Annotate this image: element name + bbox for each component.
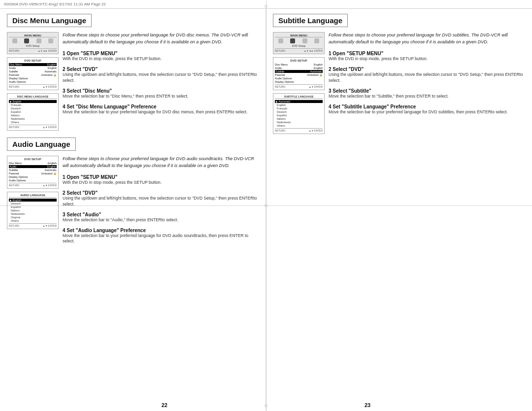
main-menu-header: MAIN MENU <box>9 34 57 37</box>
subtitle-main-menu-header: MAIN MENU <box>275 34 323 37</box>
icon-settings2 <box>314 38 319 43</box>
audio-step-2: 2 Select "DVD" Using the up/down and lef… <box>63 190 259 207</box>
disc-step-1: 1 Open "SETUP MENU" With the DVD in stop… <box>63 50 259 62</box>
icon-settings <box>48 38 53 43</box>
audio-step-3: 3 Select "Audio" Move the selection bar … <box>63 211 259 223</box>
subtitle-step-4: 4 Set "Subtitle Language" Preference Mov… <box>329 103 525 115</box>
dvd-setup-subtitle-screen: DVD SETUP Disc MenuEnglish AudioEnglish … <box>273 57 325 90</box>
subtitle-step-1: 1 Open "SETUP MENU" With the DVD in stop… <box>329 50 525 62</box>
disc-step-2: 2 Select "DVD" Using the up/down and lef… <box>63 66 259 84</box>
subtitle-main-menu-screen: MAIN MENU DVD Setup RETURN▲▼◄► ENTER <box>273 32 325 54</box>
subtitle-main-menu-label: DVD Setup <box>275 44 323 47</box>
icon-audio <box>36 38 41 43</box>
subtitle-lang-screen: SUBTITLE LANGUAGE Automatic English Fran… <box>273 93 325 134</box>
header-left: 00G90A DVD-V85K/XTC-Eng2 9/17/02 11:31 A… <box>4 2 106 6</box>
main-menu-label: DVD Setup <box>9 44 57 47</box>
subtitle-title: Subtitle Language <box>273 14 348 27</box>
right-page-number: 23 <box>365 402 370 408</box>
dvd-setup-audio-screen: DVD SETUP Disc MenuEnglish AudioEnglish … <box>7 156 59 189</box>
main-menu-screen: MAIN MENU DVD Setup RETURN▲▼◄► ENTER <box>7 32 59 54</box>
icon-disc2 <box>278 38 283 43</box>
subtitle-steps: Follow these steps to choose your prefer… <box>329 32 525 134</box>
disc-menu-title: Disc Menu Language <box>7 14 92 27</box>
icon-tape2 <box>290 38 295 43</box>
audio-lang-screen: AUDIO LANGUAGE English Deutsch Español I… <box>7 192 59 229</box>
left-column: Disc Menu Language MAIN MENU DVD Setup <box>0 9 266 410</box>
subtitle-main-menu-nav: RETURN▲▼◄► ENTER <box>275 48 323 52</box>
audio-step-1: 1 Open "SETUP MENU" With the DVD in stop… <box>63 174 259 186</box>
icon-disc <box>12 38 17 43</box>
left-page-number: 22 <box>162 402 167 408</box>
disc-step-4: 4 Set "Disc Menu Language" Preference Mo… <box>63 103 259 115</box>
disc-menu-section: Disc Menu Language MAIN MENU DVD Setup <box>7 14 259 131</box>
disc-step-3: 3 Select "Disc Menu" Move the selection … <box>63 88 259 100</box>
subtitle-screenshots: MAIN MENU DVD Setup RETURN▲▼◄► ENTER <box>273 32 325 134</box>
subtitle-step-3: 3 Select "Subtitle" Move the selection b… <box>329 88 525 100</box>
audio-step-4: 4 Set "Audio Language" Preference Move t… <box>63 227 259 245</box>
subtitle-step-2: 2 Select "DVD" Using the up/down and lef… <box>329 66 525 84</box>
dvd-setup-disc-screen: DVD SETUP Disc MenuEnglish AudioEnglish … <box>7 57 59 90</box>
icon-tape <box>24 38 29 43</box>
audio-section: Audio Language DVD SETUP Disc MenuEnglis… <box>7 137 259 248</box>
main-menu-nav: RETURN▲▼◄► ENTER <box>9 48 57 52</box>
page-numbers: 22 23 <box>162 402 371 408</box>
subtitle-intro: Follow these steps to choose your prefer… <box>329 32 525 45</box>
audio-title: Audio Language <box>7 137 76 151</box>
audio-screenshots: DVD SETUP Disc MenuEnglish AudioEnglish … <box>7 156 59 248</box>
right-column: Subtitle Language MAIN MENU DVD Setup <box>266 9 532 410</box>
audio-steps: Follow these steps to choose your prefer… <box>63 156 259 248</box>
audio-intro: Follow these steps to choose your prefer… <box>63 156 259 169</box>
icon-audio2 <box>302 38 307 43</box>
subtitle-section: Subtitle Language MAIN MENU DVD Setup <box>273 14 525 134</box>
disc-menu-steps: Follow these steps to choose your prefer… <box>63 32 259 131</box>
disc-menu-screenshots: MAIN MENU DVD Setup RETURN▲▼◄► ENTER <box>7 32 59 131</box>
disc-menu-lang-screen: DISC MENU LANGUAGE English Français Deut… <box>7 93 59 131</box>
disc-menu-intro: Follow these steps to choose your prefer… <box>63 32 259 45</box>
